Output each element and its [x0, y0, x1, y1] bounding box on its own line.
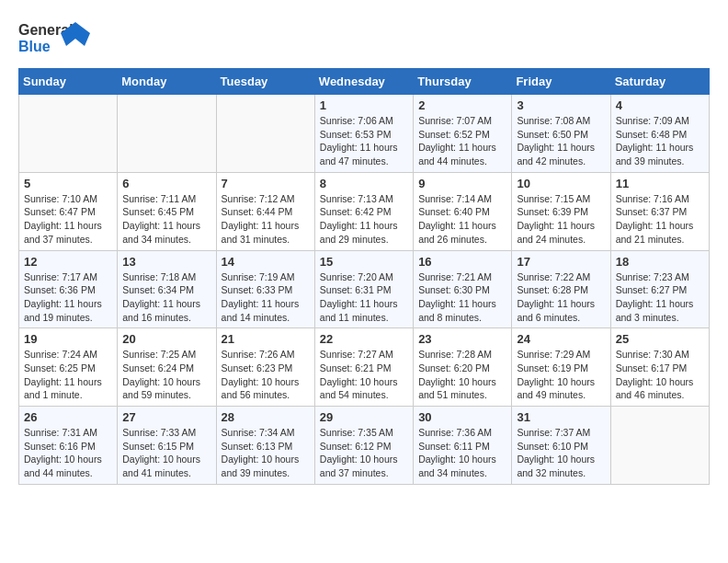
- calendar-cell: 13Sunrise: 7:18 AM Sunset: 6:34 PM Dayli…: [118, 250, 216, 328]
- day-number: 29: [320, 410, 408, 424]
- calendar-week-row: 26Sunrise: 7:31 AM Sunset: 6:16 PM Dayli…: [19, 407, 710, 485]
- calendar-cell: 30Sunrise: 7:36 AM Sunset: 6:11 PM Dayli…: [414, 407, 512, 485]
- calendar-cell: 10Sunrise: 7:15 AM Sunset: 6:39 PM Dayli…: [512, 172, 610, 250]
- weekday-header-friday: Friday: [512, 69, 610, 95]
- calendar-cell: 31Sunrise: 7:37 AM Sunset: 6:10 PM Dayli…: [512, 407, 610, 485]
- day-number: 14: [222, 255, 310, 269]
- calendar-cell: [118, 95, 216, 173]
- day-info: Sunrise: 7:22 AM Sunset: 6:28 PM Dayligh…: [517, 270, 605, 325]
- day-info: Sunrise: 7:33 AM Sunset: 6:15 PM Dayligh…: [122, 426, 210, 480]
- header: GeneralBlue: [18, 18, 710, 59]
- day-number: 6: [122, 177, 210, 190]
- calendar-week-row: 19Sunrise: 7:24 AM Sunset: 6:25 PM Dayli…: [19, 328, 710, 407]
- calendar-cell: 6Sunrise: 7:11 AM Sunset: 6:45 PM Daylig…: [118, 172, 216, 250]
- day-number: 13: [122, 255, 210, 269]
- day-info: Sunrise: 7:31 AM Sunset: 6:16 PM Dayligh…: [24, 426, 112, 480]
- day-number: 16: [418, 255, 506, 269]
- day-number: 25: [616, 332, 704, 346]
- day-info: Sunrise: 7:08 AM Sunset: 6:50 PM Dayligh…: [517, 114, 605, 168]
- day-info: Sunrise: 7:07 AM Sunset: 6:52 PM Dayligh…: [418, 114, 506, 168]
- day-info: Sunrise: 7:19 AM Sunset: 6:33 PM Dayligh…: [222, 270, 310, 325]
- calendar-cell: [19, 95, 118, 173]
- day-info: Sunrise: 7:17 AM Sunset: 6:36 PM Dayligh…: [24, 270, 112, 325]
- day-number: 18: [616, 255, 704, 269]
- weekday-header-thursday: Thursday: [414, 69, 512, 95]
- day-number: 30: [418, 410, 506, 424]
- day-number: 26: [24, 410, 112, 424]
- calendar-cell: 17Sunrise: 7:22 AM Sunset: 6:28 PM Dayli…: [512, 250, 610, 328]
- calendar-cell: 3Sunrise: 7:08 AM Sunset: 6:50 PM Daylig…: [512, 95, 610, 173]
- day-info: Sunrise: 7:28 AM Sunset: 6:20 PM Dayligh…: [418, 348, 506, 402]
- day-info: Sunrise: 7:29 AM Sunset: 6:19 PM Dayligh…: [517, 348, 605, 402]
- day-number: 11: [616, 177, 704, 190]
- calendar-cell: 29Sunrise: 7:35 AM Sunset: 6:12 PM Dayli…: [314, 407, 413, 485]
- day-info: Sunrise: 7:10 AM Sunset: 6:47 PM Dayligh…: [24, 192, 112, 247]
- day-number: 1: [320, 98, 408, 112]
- day-info: Sunrise: 7:06 AM Sunset: 6:53 PM Dayligh…: [320, 114, 408, 168]
- calendar-cell: 24Sunrise: 7:29 AM Sunset: 6:19 PM Dayli…: [512, 328, 610, 407]
- day-info: Sunrise: 7:09 AM Sunset: 6:48 PM Dayligh…: [616, 114, 704, 168]
- day-number: 17: [517, 255, 605, 269]
- day-number: 22: [320, 332, 408, 346]
- day-info: Sunrise: 7:30 AM Sunset: 6:17 PM Dayligh…: [616, 348, 704, 402]
- calendar-week-row: 12Sunrise: 7:17 AM Sunset: 6:36 PM Dayli…: [19, 250, 710, 328]
- day-number: 10: [517, 177, 605, 190]
- weekday-header-row: SundayMondayTuesdayWednesdayThursdayFrid…: [19, 69, 710, 95]
- weekday-header-tuesday: Tuesday: [216, 69, 314, 95]
- day-number: 20: [122, 332, 210, 346]
- calendar-cell: 20Sunrise: 7:25 AM Sunset: 6:24 PM Dayli…: [118, 328, 216, 407]
- day-number: 5: [24, 177, 112, 190]
- day-info: Sunrise: 7:16 AM Sunset: 6:37 PM Dayligh…: [616, 192, 704, 247]
- day-number: 27: [122, 410, 210, 424]
- day-info: Sunrise: 7:24 AM Sunset: 6:25 PM Dayligh…: [24, 348, 112, 402]
- calendar-cell: 23Sunrise: 7:28 AM Sunset: 6:20 PM Dayli…: [414, 328, 512, 407]
- calendar-cell: 9Sunrise: 7:14 AM Sunset: 6:40 PM Daylig…: [414, 172, 512, 250]
- day-number: 2: [418, 98, 506, 112]
- calendar-cell: 7Sunrise: 7:12 AM Sunset: 6:44 PM Daylig…: [216, 172, 314, 250]
- day-info: Sunrise: 7:27 AM Sunset: 6:21 PM Dayligh…: [320, 348, 408, 402]
- day-number: 19: [24, 332, 112, 346]
- day-number: 8: [320, 177, 408, 190]
- calendar-cell: 5Sunrise: 7:10 AM Sunset: 6:47 PM Daylig…: [19, 172, 118, 250]
- day-info: Sunrise: 7:25 AM Sunset: 6:24 PM Dayligh…: [122, 348, 210, 402]
- day-info: Sunrise: 7:11 AM Sunset: 6:45 PM Dayligh…: [122, 192, 210, 247]
- weekday-header-wednesday: Wednesday: [314, 69, 413, 95]
- day-info: Sunrise: 7:13 AM Sunset: 6:42 PM Dayligh…: [320, 192, 408, 247]
- day-info: Sunrise: 7:14 AM Sunset: 6:40 PM Dayligh…: [418, 192, 506, 247]
- day-number: 21: [222, 332, 310, 346]
- logo-svg: GeneralBlue: [18, 18, 92, 59]
- calendar-cell: 21Sunrise: 7:26 AM Sunset: 6:23 PM Dayli…: [216, 328, 314, 407]
- calendar-cell: 1Sunrise: 7:06 AM Sunset: 6:53 PM Daylig…: [314, 95, 413, 173]
- day-info: Sunrise: 7:36 AM Sunset: 6:11 PM Dayligh…: [418, 426, 506, 480]
- calendar-cell: 12Sunrise: 7:17 AM Sunset: 6:36 PM Dayli…: [19, 250, 118, 328]
- calendar-cell: 4Sunrise: 7:09 AM Sunset: 6:48 PM Daylig…: [610, 95, 709, 173]
- day-number: 15: [320, 255, 408, 269]
- calendar-cell: 14Sunrise: 7:19 AM Sunset: 6:33 PM Dayli…: [216, 250, 314, 328]
- day-number: 9: [418, 177, 506, 190]
- day-number: 3: [517, 98, 605, 112]
- day-number: 28: [222, 410, 310, 424]
- calendar-cell: 16Sunrise: 7:21 AM Sunset: 6:30 PM Dayli…: [414, 250, 512, 328]
- calendar-cell: 8Sunrise: 7:13 AM Sunset: 6:42 PM Daylig…: [314, 172, 413, 250]
- day-info: Sunrise: 7:26 AM Sunset: 6:23 PM Dayligh…: [222, 348, 310, 402]
- day-info: Sunrise: 7:20 AM Sunset: 6:31 PM Dayligh…: [320, 270, 408, 325]
- calendar-cell: [216, 95, 314, 173]
- calendar-cell: 2Sunrise: 7:07 AM Sunset: 6:52 PM Daylig…: [414, 95, 512, 173]
- day-info: Sunrise: 7:15 AM Sunset: 6:39 PM Dayligh…: [517, 192, 605, 247]
- day-number: 12: [24, 255, 112, 269]
- svg-text:Blue: Blue: [18, 39, 51, 54]
- weekday-header-saturday: Saturday: [610, 69, 709, 95]
- day-info: Sunrise: 7:34 AM Sunset: 6:13 PM Dayligh…: [222, 426, 310, 480]
- weekday-header-sunday: Sunday: [19, 69, 118, 95]
- day-info: Sunrise: 7:23 AM Sunset: 6:27 PM Dayligh…: [616, 270, 704, 325]
- calendar-cell: 22Sunrise: 7:27 AM Sunset: 6:21 PM Dayli…: [314, 328, 413, 407]
- logo: GeneralBlue: [18, 18, 92, 59]
- calendar-cell: 25Sunrise: 7:30 AM Sunset: 6:17 PM Dayli…: [610, 328, 709, 407]
- day-number: 4: [616, 98, 704, 112]
- calendar-cell: 18Sunrise: 7:23 AM Sunset: 6:27 PM Dayli…: [610, 250, 709, 328]
- day-info: Sunrise: 7:18 AM Sunset: 6:34 PM Dayligh…: [122, 270, 210, 325]
- calendar-cell: [610, 407, 709, 485]
- day-number: 7: [222, 177, 310, 190]
- calendar-cell: 11Sunrise: 7:16 AM Sunset: 6:37 PM Dayli…: [610, 172, 709, 250]
- day-info: Sunrise: 7:21 AM Sunset: 6:30 PM Dayligh…: [418, 270, 506, 325]
